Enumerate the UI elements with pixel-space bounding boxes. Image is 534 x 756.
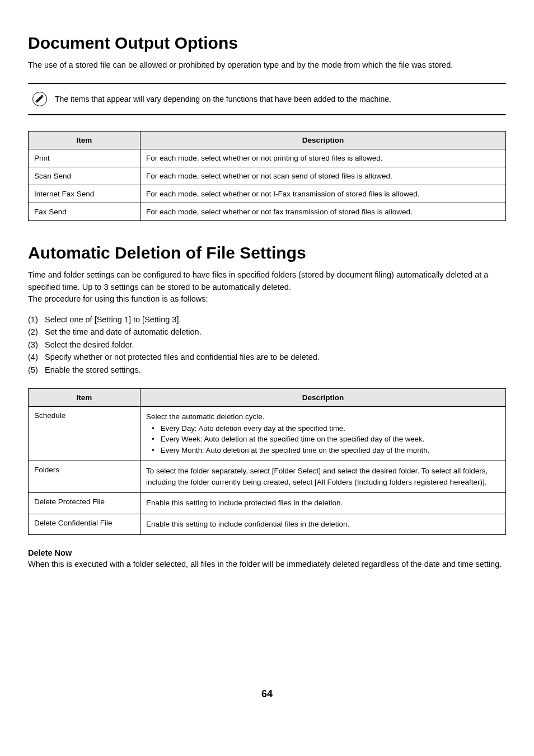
cell-desc: Select the automatic deletion cycle. •Ev… — [140, 407, 506, 461]
schedule-desc-intro: Select the automatic deletion cycle. — [146, 411, 500, 422]
list-item: (1)Select one of [Setting 1] to [Setting… — [28, 313, 506, 326]
table-row: Folders To select the folder separately,… — [29, 461, 506, 493]
table-row: Scan Send For each mode, select whether … — [29, 167, 506, 185]
table-row: Delete Confidential File Enable this set… — [29, 514, 506, 534]
cell-desc: For each mode, select whether or not pri… — [140, 149, 506, 167]
list-item: •Every Week: Auto deletion at the specif… — [152, 434, 500, 445]
list-item: •Every Month: Auto deletion at the speci… — [152, 445, 500, 456]
cell-desc: Enable this setting to include confident… — [140, 514, 506, 534]
cell-desc: For each mode, select whether or not fax… — [140, 203, 506, 220]
table-output-options: Item Description Print For each mode, se… — [28, 131, 506, 221]
section1-heading: Document Output Options — [28, 34, 506, 53]
table2-header-desc: Description — [140, 389, 506, 407]
table-row: Internet Fax Send For each mode, select … — [29, 185, 506, 203]
table-auto-delete: Item Description Schedule Select the aut… — [28, 388, 506, 535]
section2-intro: Time and folder settings can be configur… — [28, 269, 506, 306]
table1-header-desc: Description — [140, 131, 506, 149]
schedule-bullets: •Every Day: Auto deletion every day at t… — [152, 423, 500, 456]
cell-item: Print — [29, 149, 140, 167]
cell-item: Delete Confidential File — [29, 514, 140, 534]
cell-item: Delete Protected File — [29, 493, 140, 514]
cell-item: Schedule — [29, 407, 140, 461]
cell-desc: Enable this setting to include protected… — [140, 493, 506, 514]
delete-now-body: When this is executed with a folder sele… — [28, 558, 506, 571]
note-text: The items that appear will vary dependin… — [55, 95, 391, 104]
list-item: (5)Enable the stored settings. — [28, 364, 506, 376]
list-item: •Every Day: Auto deletion every day at t… — [152, 423, 500, 434]
pencil-note-icon — [32, 92, 47, 106]
table2-header-item: Item — [29, 389, 140, 407]
section2-heading: Automatic Deletion of File Settings — [28, 243, 506, 262]
table-row: Delete Protected File Enable this settin… — [29, 493, 506, 514]
table-row: Print For each mode, select whether or n… — [29, 149, 506, 167]
cell-item: Folders — [29, 461, 140, 493]
table1-header-item: Item — [29, 131, 140, 149]
section1-intro: The use of a stored file can be allowed … — [28, 59, 506, 72]
note-box: The items that appear will vary dependin… — [28, 83, 506, 115]
list-item: (4)Specify whether or not protected file… — [28, 351, 506, 363]
table-row: Fax Send For each mode, select whether o… — [29, 203, 506, 220]
cell-desc: For each mode, select whether or not sca… — [140, 167, 506, 185]
cell-item: Fax Send — [29, 203, 140, 220]
cell-item: Scan Send — [29, 167, 140, 185]
procedure-list: (1)Select one of [Setting 1] to [Setting… — [28, 313, 506, 376]
list-item: (3)Select the desired folder. — [28, 339, 506, 351]
cell-item: Internet Fax Send — [29, 185, 140, 203]
delete-now-title: Delete Now — [28, 548, 506, 557]
cell-desc: For each mode, select whether or not I-F… — [140, 185, 506, 203]
list-item: (2)Set the time and date of automatic de… — [28, 326, 506, 338]
cell-desc: To select the folder separately, select … — [140, 461, 506, 493]
page-number: 64 — [28, 688, 506, 700]
table-row: Schedule Select the automatic deletion c… — [29, 407, 506, 461]
